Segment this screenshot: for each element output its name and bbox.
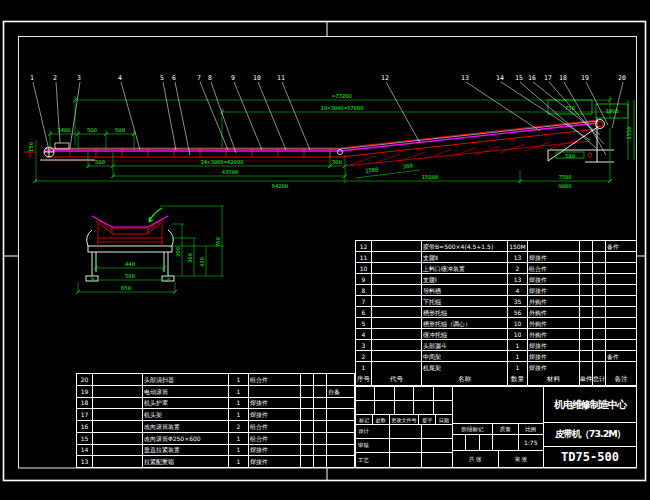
bom-cell-name: 导料槽 [422,285,508,295]
bom-cell-name: 胶带B=500×4(4.5+1.5) [422,241,508,251]
bom-cell-code [372,274,422,284]
dim-mid-4: 43500 [222,169,239,175]
dim-section-v2: 300 [187,253,193,263]
balloon-label: 6 [172,74,176,82]
bom-cell-total-weight [593,263,606,273]
bom-cell-note [606,362,636,372]
sheet-total-label: 共 张 [453,451,499,467]
balloon-label: 12 [381,74,389,82]
bom-cell-qty: 1 [229,409,249,420]
bom-cell-qty: 150M [508,241,528,251]
bom-cell-no: 13 [77,456,93,467]
bom-cell-no: 15 [77,433,93,444]
balloon-label: 5 [160,74,164,82]
balloon-label: 4 [118,74,122,82]
dim-span: 19×3000=57000 [320,105,363,111]
bom-table-right: 12 胶带B=500×4(4.5+1.5) 150M 备件 11 支腿Ⅱ 13 … [355,240,637,386]
check-label: 审核 [356,439,390,452]
rev-sign-label: 签字 [419,415,436,424]
bom-cell-no: 2 [356,351,372,361]
dimension-labels: ≈73200 19×3000=57000 1400 500 500 150 50… [28,93,632,189]
table-row: 20 头部清扫器 1 组合件 [77,374,354,385]
bom-cell-note: 自备 [327,386,354,397]
bom-cell-note: 备件 [606,351,636,361]
belt-top-edge [45,121,598,149]
bend-pulley [338,150,343,155]
bom-cell-name: 下托辊 [422,296,508,306]
table-row: 3 头部漏斗 1 焊接件 [356,339,636,350]
bom-cell-material [249,386,301,397]
dim-section-h1: 440 [125,261,135,267]
trough-idler-set [96,218,164,246]
bom-cell-material: 组合件 [249,433,301,444]
bom-cell-name: 头部清扫器 [143,374,229,385]
bom-cell-no: 5 [356,318,372,328]
rev-count-label: 处数 [373,415,390,424]
bom-cell-total-weight [314,433,327,444]
bom-cell-total-weight [314,456,327,467]
dim-tail-3: 500 [115,127,125,133]
bom-cell-code [93,398,143,409]
bom-cell-unit-weight [580,329,593,339]
table-row: 5 槽形托辊（调心） 10 外购件 [356,317,636,328]
bom-right-rows: 12 胶带B=500×4(4.5+1.5) 150M 备件 11 支腿Ⅱ 13 … [356,241,636,372]
balloon-label: 19 [581,74,589,82]
dim-mid-1: 500 [95,159,105,165]
bom-cell-note [327,409,354,420]
dim-mid-3: 300 [332,159,342,165]
bom-cell-material: 外购件 [528,296,580,306]
dim-slope-length: 15000 [422,174,439,180]
dim-section-h2: 500 [125,273,135,279]
bom-cell-note [606,307,636,317]
support-legs [70,148,330,157]
dim-section-h3: 650 [121,285,131,291]
bom-cell-unit-weight [580,296,593,306]
bom-cell-no: 20 [77,374,93,385]
scale-label: 比例 [519,424,543,434]
sign-row-check: 审核 [356,439,452,453]
bom-cell-note [606,329,636,339]
company-name: 机电维修制造中心 [544,387,636,423]
bom-cell-qty: 1 [229,433,249,444]
bom-cell-name: 槽形托辊 [422,307,508,317]
bom-cell-note [606,263,636,273]
bom-cell-no: 1 [356,362,372,372]
rev-mark-label: 标记 [356,415,373,424]
bom-cell-qty: 2 [508,263,528,273]
bom-cell-name: 改向滚筒装置 [143,421,229,432]
bom-cell-unit-weight [580,307,593,317]
conveyor-side-view: ≈73200 19×3000=57000 1400 500 500 150 50… [24,74,634,189]
title-block-spare-cell [453,387,543,424]
section-belt [92,216,168,227]
bom-cell-no: 17 [77,409,93,420]
bom-cell-note [327,398,354,409]
bom-cell-no: 19 [77,386,93,397]
bom-cell-unit-weight [580,274,593,284]
bom-cell-qty: 1 [508,362,528,372]
bom-cell-code [372,362,422,372]
bom-cell-qty: 1 [508,351,528,361]
bom-header-qty: 数量 [508,372,528,385]
table-row: 10 上料口缓冲装置 2 组合件 [356,262,636,273]
balloon-label: 17 [544,74,552,82]
bom-cell-unit-weight [580,318,593,328]
bom-cell-no: 7 [356,296,372,306]
table-row: 17 机头架 1 焊接件 [77,408,354,420]
balloon-label: 14 [496,74,504,82]
bom-cell-qty: 10 [508,318,528,328]
bom-cell-material: 外购件 [528,307,580,317]
bom-cell-name: 中间架 [422,351,508,361]
bom-header-unit-weight: 单件 [580,372,593,385]
bom-cell-note [327,456,354,467]
balloon-numbers: 1 2 3 4 5 6 7 8 9 10 11 12 13 14 15 16 1… [30,74,626,82]
frame-rails [45,120,598,166]
balloon-label: 8 [208,74,212,82]
bom-cell-code [93,456,143,467]
bom-cell-code [372,329,422,339]
bom-cell-code [372,318,422,328]
bom-table-left: 20 头部清扫器 1 组合件 19 电动滚筒 1 [76,373,355,468]
bom-cell-material: 焊接件 [249,456,301,467]
dim-tail-2: 500 [87,127,97,133]
bom-cell-no: 14 [77,445,93,456]
bom-cell-unit-weight [301,374,314,385]
